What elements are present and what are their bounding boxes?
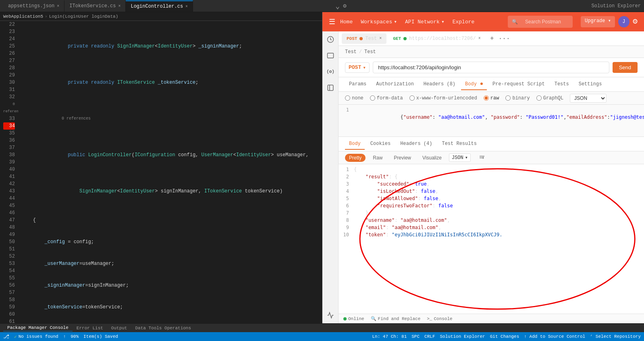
nav-explore[interactable]: Explore [453, 19, 475, 25]
tab-close-post[interactable]: × [379, 36, 382, 41]
request-tab-get[interactable]: GET https://localhost:7206/ × [388, 33, 485, 44]
response-tabs: Body Cookies Headers (4) Test Results [339, 137, 644, 151]
resp-tab-test-results[interactable]: Test Results [438, 138, 480, 150]
nav-api-network[interactable]: API Network ▾ [405, 19, 445, 25]
new-tab-button[interactable]: + [487, 34, 497, 43]
tab-close-logincontroller[interactable]: × [185, 4, 188, 9]
hamburger-icon[interactable]: ☰ [329, 17, 335, 26]
tab-label: ITokenService.cs [69, 3, 116, 9]
solution-explorer-label: Solution Explorer [592, 3, 641, 9]
settings-icon[interactable]: ⚙ [343, 2, 346, 9]
resp-tab-headers[interactable]: Headers (4) [396, 138, 436, 150]
breadcrumb-test: Test [345, 49, 357, 55]
vs-bottom-tabs: Package Manager Console Error List Outpu… [0, 323, 644, 332]
option-headers[interactable]: Headers (8) [420, 79, 459, 90]
tab-logincontroller[interactable]: LoginController.cs × [126, 0, 193, 12]
wrap-button[interactable] [477, 153, 487, 163]
request-options: Params Authorization Headers (8) Body Pr… [339, 77, 644, 92]
tab-label: LoginController.cs [131, 4, 183, 9]
body-active-dot [480, 83, 483, 85]
body-graphql[interactable]: GraphQL [536, 95, 563, 101]
send-button[interactable]: Send [613, 62, 638, 73]
solution-explorer-btn[interactable]: Solution Explorer [440, 334, 485, 339]
method-select[interactable]: POST ▾ [345, 62, 370, 73]
resp-line-8: 8 "username": "aa@hotmail.com", [339, 217, 644, 224]
option-params[interactable]: Params [345, 79, 370, 90]
url-input[interactable] [373, 62, 609, 73]
tab-close-itokenservice[interactable]: × [118, 4, 120, 8]
bottom-tab-pkg-manager[interactable]: Package Manager Console [3, 324, 73, 331]
code-lines[interactable]: private readonly SignInManager<IdentityU… [18, 21, 322, 323]
sidebar-history-icon[interactable] [326, 35, 335, 44]
method-dropdown-icon: ▾ [363, 64, 366, 71]
code-editor: WebApplication5 › Login(LoginUser loginD… [0, 12, 322, 323]
tab-close-appsettings[interactable]: × [57, 4, 59, 8]
code-line-26: { [21, 217, 322, 224]
request-tab-post-test[interactable]: POST Test × [342, 33, 386, 44]
postman-search-input[interactable] [520, 17, 569, 26]
footer-online[interactable]: Online [343, 316, 364, 321]
fmt-pretty[interactable]: Pretty [345, 154, 366, 162]
option-settings[interactable]: Settings [575, 79, 606, 90]
body-raw[interactable]: raw [484, 95, 499, 101]
svg-rect-2 [328, 85, 333, 91]
body-binary[interactable]: binary [505, 95, 530, 101]
footer-find-replace[interactable]: 🔍 Find and Replace [371, 316, 421, 321]
cursor-position: Ln: 47 Ch: 81 [372, 334, 407, 339]
footer-console[interactable]: >_ Console [427, 316, 452, 321]
response-format-select[interactable]: JSON ▾ [449, 153, 471, 162]
resp-tab-cookies[interactable]: Cookies [366, 138, 395, 150]
tab-itokenservice[interactable]: ITokenService.cs × [64, 0, 126, 12]
status-saved-text: Item(s) Saved [83, 334, 118, 339]
avatar[interactable]: J [618, 16, 629, 27]
bottom-tab-output[interactable]: Output [107, 325, 131, 331]
sidebar-mock-icon[interactable] [326, 83, 335, 93]
upgrade-button[interactable]: Upgrade ▾ [581, 16, 615, 27]
search-bar[interactable]: 🔍 [508, 16, 573, 28]
method-badge-post: POST [347, 36, 357, 41]
option-tests[interactable]: Tests [551, 79, 573, 90]
add-source-control-btn[interactable]: ↑ Add to Source Control [524, 334, 585, 339]
bottom-tab-data-tools[interactable]: Data Tools Operations [131, 325, 195, 331]
search-icon: 🔍 [512, 19, 518, 25]
resp-line-7: 7 }, [339, 209, 644, 217]
sidebar-collection-icon[interactable] [326, 51, 335, 60]
body-formdata[interactable]: form-data [370, 95, 403, 101]
fmt-preview[interactable]: Preview [390, 154, 415, 162]
postman-nav: Home Workspaces ▾ API Network ▾ Explore [340, 19, 503, 25]
option-body[interactable]: Body [461, 79, 487, 90]
editor-breadcrumb: WebApplication5 › Login(LoginUser loginD… [0, 12, 322, 21]
resp-line-6: 6 "requiresTwoFactor": false [339, 202, 644, 209]
settings-icon[interactable]: ⚙ [633, 16, 638, 27]
project-name: WebApplication5 [3, 14, 43, 19]
nav-workspaces[interactable]: Workspaces ▾ [361, 19, 397, 25]
tab-close-get[interactable]: × [478, 36, 481, 41]
encoding-label: SPC [411, 334, 420, 339]
resp-tab-body[interactable]: Body [345, 138, 365, 150]
request-body-content[interactable]: 1 {"username": "aa@hotmail.com", "passwo… [339, 105, 644, 137]
dropdown-arrow-icon[interactable]: ⌄ [335, 2, 340, 10]
tab-label-post: Test [365, 36, 377, 41]
body-line-1: 1 {"username": "aa@hotmail.com", "passwo… [339, 106, 644, 128]
nav-home[interactable]: Home [340, 19, 353, 25]
select-repository-btn[interactable]: ⎖ Select Repository [590, 334, 641, 339]
postman-panel: ☰ Home Workspaces ▾ API Network ▾ Explor… [322, 12, 644, 323]
git-changes-btn[interactable]: Git Changes [490, 334, 519, 339]
sidebar-monitor-icon[interactable] [326, 310, 335, 320]
body-none[interactable]: none [345, 95, 364, 101]
resp-line-9: 9 "email": "aa@hotmail.com", [339, 224, 644, 231]
body-urlencoded[interactable]: x-www-form-urlencoded [409, 95, 477, 101]
option-authorization[interactable]: Authorization [372, 79, 418, 90]
status-left: ⎇ ✓ No issues found ↑ 90% Item(s) Saved [3, 333, 118, 340]
bottom-tab-error-list[interactable]: Error List [73, 325, 107, 331]
resp-line-10: 10 "token": "eyJhbGci0iJIUzI1NiIsInR5cCI… [339, 231, 644, 238]
fmt-visualize[interactable]: Visualize [418, 154, 446, 162]
format-select[interactable]: JSON Text JavaScript XML [570, 94, 607, 103]
option-pre-request[interactable]: Pre-request Script [488, 79, 549, 90]
chevron-down-icon: ▾ [465, 155, 468, 161]
more-tabs-icon[interactable]: ··· [499, 35, 510, 42]
sidebar-env-icon[interactable] [326, 67, 335, 76]
git-branch-icon: ⎇ [3, 333, 9, 340]
tab-appsettings[interactable]: appsettings.json × [3, 0, 64, 12]
fmt-raw[interactable]: Raw [369, 154, 386, 162]
